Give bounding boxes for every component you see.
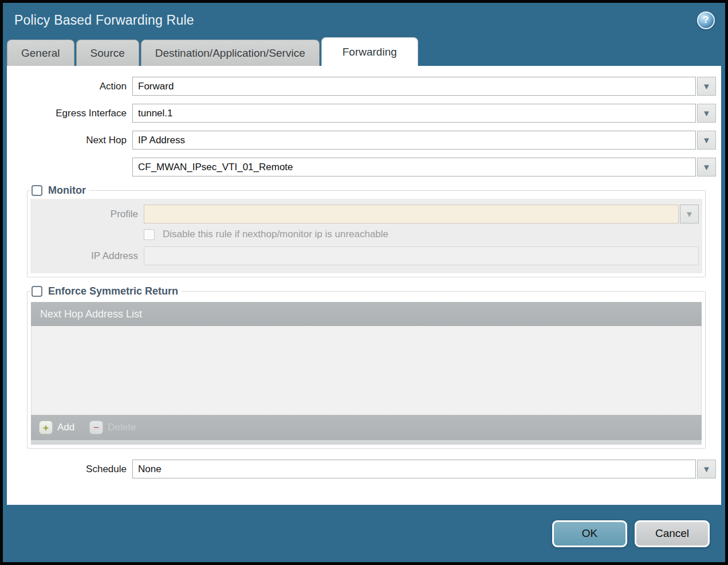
chevron-down-icon: ▼ bbox=[702, 163, 711, 171]
profile-dropdown-button: ▼ bbox=[680, 205, 699, 223]
next-hop-address-list-toolbar: + Add − Delete bbox=[31, 415, 702, 440]
next-hop-address-list-header: Next Hop Address List bbox=[31, 302, 702, 326]
cancel-button[interactable]: Cancel bbox=[635, 520, 710, 547]
monitor-legend-label: Monitor bbox=[48, 185, 86, 197]
action-select[interactable]: Forward bbox=[132, 77, 696, 96]
add-icon: + bbox=[39, 421, 53, 434]
monitor-fieldset: Monitor Profile ▼ Disable this rule if n… bbox=[27, 185, 706, 277]
delete-icon: − bbox=[89, 421, 103, 434]
tab-destination-application-service[interactable]: Destination/Application/Service bbox=[141, 40, 320, 66]
next-hop-address-row: CF_MWAN_IPsec_VTI_01_Remote ▼ bbox=[12, 158, 716, 176]
enforce-symmetric-return-fieldset: Enforce Symmetric Return Next Hop Addres… bbox=[27, 285, 706, 449]
monitor-legend: Monitor bbox=[30, 185, 89, 197]
next-hop-row: Next Hop IP Address ▼ bbox=[12, 131, 716, 150]
schedule-row: Schedule None ▼ bbox=[12, 460, 716, 478]
next-hop-address-dropdown-button[interactable]: ▼ bbox=[697, 158, 716, 176]
monitor-ip-address-input bbox=[144, 246, 699, 265]
dialog-footer: OK Cancel bbox=[3, 505, 725, 562]
schedule-dropdown-button[interactable]: ▼ bbox=[697, 460, 716, 478]
dialog-title: Policy Based Forwarding Rule bbox=[14, 13, 194, 28]
policy-based-forwarding-dialog: Policy Based Forwarding Rule ? General S… bbox=[0, 0, 728, 565]
egress-interface-row: Egress Interface tunnel.1 ▼ bbox=[12, 104, 716, 123]
chevron-down-icon: ▼ bbox=[702, 136, 711, 144]
enforce-symmetric-return-legend-label: Enforce Symmetric Return bbox=[48, 285, 178, 297]
monitor-panel: Profile ▼ Disable this rule if nexthop/m… bbox=[30, 199, 702, 273]
enforce-symmetric-return-legend: Enforce Symmetric Return bbox=[30, 285, 182, 297]
tab-forwarding[interactable]: Forwarding bbox=[321, 37, 418, 66]
delete-button-label: Delete bbox=[108, 422, 136, 433]
disable-rule-row: Disable this rule if nexthop/monitor ip … bbox=[144, 229, 699, 240]
delete-button: − Delete bbox=[89, 421, 136, 434]
chevron-down-icon: ▼ bbox=[702, 82, 711, 91]
egress-interface-dropdown-button[interactable]: ▼ bbox=[697, 104, 716, 123]
disable-rule-checkbox bbox=[144, 229, 155, 240]
next-hop-address-select[interactable]: CF_MWAN_IPsec_VTI_01_Remote bbox=[132, 158, 696, 176]
monitor-checkbox[interactable] bbox=[32, 185, 42, 196]
ok-button[interactable]: OK bbox=[552, 520, 627, 547]
tab-strip: General Source Destination/Application/S… bbox=[3, 37, 725, 66]
disable-rule-label: Disable this rule if nexthop/monitor ip … bbox=[163, 229, 388, 240]
schedule-label: Schedule bbox=[12, 464, 132, 475]
profile-row: Profile ▼ bbox=[30, 205, 699, 223]
schedule-select[interactable]: None bbox=[132, 460, 696, 478]
add-button-label: Add bbox=[57, 422, 74, 433]
next-hop-label: Next Hop bbox=[12, 135, 132, 146]
titlebar: Policy Based Forwarding Rule ? bbox=[3, 3, 725, 37]
tab-general[interactable]: General bbox=[7, 40, 74, 66]
action-label: Action bbox=[12, 81, 132, 92]
next-hop-address-list-body[interactable] bbox=[31, 326, 702, 415]
action-dropdown-button[interactable]: ▼ bbox=[697, 77, 716, 96]
egress-interface-label: Egress Interface bbox=[12, 108, 132, 119]
forwarding-tab-panel: Action Forward ▼ Egress Interface tunnel… bbox=[7, 66, 721, 505]
add-button[interactable]: + Add bbox=[39, 421, 74, 434]
profile-select bbox=[144, 205, 679, 223]
enforce-symmetric-return-checkbox[interactable] bbox=[32, 286, 42, 297]
table-bottom-strip bbox=[31, 440, 702, 445]
chevron-down-icon: ▼ bbox=[702, 109, 711, 117]
action-row: Action Forward ▼ bbox=[12, 77, 716, 96]
monitor-ip-address-label: IP Address bbox=[30, 250, 144, 262]
help-icon[interactable]: ? bbox=[697, 11, 715, 29]
next-hop-type-dropdown-button[interactable]: ▼ bbox=[697, 131, 716, 150]
next-hop-type-select[interactable]: IP Address bbox=[132, 131, 696, 150]
profile-label: Profile bbox=[30, 209, 144, 220]
tab-source[interactable]: Source bbox=[76, 40, 139, 66]
chevron-down-icon: ▼ bbox=[702, 465, 711, 473]
next-hop-address-list-table: Next Hop Address List + Add − Delete bbox=[31, 302, 702, 445]
chevron-down-icon: ▼ bbox=[685, 210, 694, 218]
egress-interface-select[interactable]: tunnel.1 bbox=[132, 104, 696, 123]
monitor-ip-address-row: IP Address bbox=[30, 246, 699, 265]
